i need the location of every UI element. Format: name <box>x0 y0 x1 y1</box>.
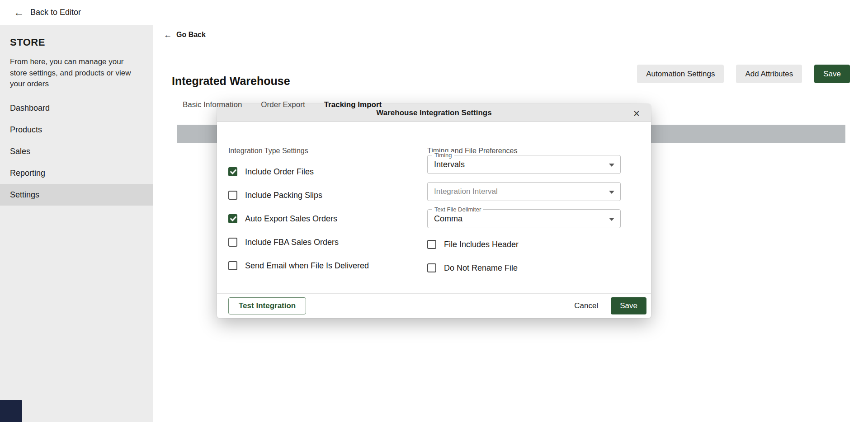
checkbox-label: Do Not Rename File <box>444 263 518 273</box>
chevron-down-icon <box>609 164 614 167</box>
checkbox-row-auto-export-sales-orders[interactable]: Auto Export Sales Orders <box>228 214 423 224</box>
checkbox-send-email-when-file-delivered <box>228 261 237 270</box>
sidebar-item-products[interactable]: Products <box>0 119 153 141</box>
sidebar-title: STORE <box>10 37 143 48</box>
tab-order-export[interactable]: Order Export <box>261 100 305 109</box>
go-back-button[interactable]: ← Go Back <box>164 31 206 39</box>
cancel-button[interactable]: Cancel <box>568 298 604 314</box>
checkbox-row-send-email-when-file-delivered[interactable]: Send Email when File Is Delivered <box>228 261 423 271</box>
checkbox-label: Include FBA Sales Orders <box>245 238 339 247</box>
sidebar: STORE From here, you can manage your sto… <box>0 25 153 422</box>
checkbox-row-do-not-rename-file[interactable]: Do Not Rename File <box>427 263 623 273</box>
checkbox-do-not-rename-file <box>427 263 436 272</box>
checkbox-auto-export-sales-orders <box>228 214 237 223</box>
checkbox-include-order-files <box>228 167 237 176</box>
timing-select[interactable]: Timing Intervals <box>427 155 621 174</box>
integration-type-checkbox-list: Include Order Files Include Packing Slip… <box>228 167 423 271</box>
tab-basic-information[interactable]: Basic Information <box>183 100 242 109</box>
add-attributes-button[interactable]: Add Attributes <box>736 65 802 83</box>
checkbox-label: File Includes Header <box>444 240 519 249</box>
back-to-editor-label: Back to Editor <box>30 8 81 17</box>
text-file-delimiter-select[interactable]: Text File Delimiter Comma <box>427 209 621 228</box>
sidebar-nav: Dashboard Products Sales Reporting Setti… <box>0 97 153 206</box>
checkbox-row-include-fba-sales-orders[interactable]: Include FBA Sales Orders <box>228 237 423 247</box>
sidebar-item-dashboard[interactable]: Dashboard <box>0 97 153 119</box>
text-file-delimiter-select-label: Text File Delimiter <box>432 206 483 213</box>
checkbox-include-fba-sales-orders <box>228 238 237 247</box>
timing-select-label: Timing <box>432 152 454 159</box>
dialog-footer: Cancel Save <box>217 293 651 318</box>
sidebar-description: From here, you can manage your store set… <box>10 56 131 90</box>
checkbox-label: Auto Export Sales Orders <box>245 214 337 224</box>
dialog-body: Integration Type Settings Include Order … <box>217 122 651 293</box>
warehouse-integration-settings-dialog: Warehouse Integration Settings ✕ Integra… <box>217 104 651 318</box>
back-to-editor-button[interactable]: ← Back to Editor <box>14 7 81 18</box>
go-back-arrow-icon: ← <box>164 31 172 39</box>
timing-select-value: Intervals <box>434 160 465 169</box>
chevron-down-icon <box>609 218 614 221</box>
integration-type-section-label: Integration Type Settings <box>228 146 423 155</box>
timing-section-label: Timing and File Preferences <box>427 146 623 155</box>
close-icon[interactable]: ✕ <box>633 109 640 118</box>
sidebar-item-settings[interactable]: Settings <box>0 184 153 206</box>
checkbox-row-include-packing-slips[interactable]: Include Packing Slips <box>228 190 423 200</box>
timing-preferences-column: Timing and File Preferences Timing Inter… <box>427 146 623 286</box>
checkbox-label: Send Email when File Is Delivered <box>245 261 369 271</box>
automation-settings-button[interactable]: Automation Settings <box>637 65 724 83</box>
checkbox-row-file-includes-header[interactable]: File Includes Header <box>427 239 623 249</box>
file-preferences-checkbox-list: File Includes Header Do Not Rename File <box>427 239 623 273</box>
topbar: ← Back to Editor <box>0 0 868 25</box>
dialog-save-button[interactable]: Save <box>611 297 646 314</box>
checkbox-row-include-order-files[interactable]: Include Order Files <box>228 167 423 177</box>
checkbox-file-includes-header <box>427 240 436 249</box>
go-back-label: Go Back <box>176 31 206 39</box>
tabs: Basic Information Order Export Tracking … <box>183 100 382 109</box>
corner-widget[interactable] <box>0 400 22 422</box>
page-title: Integrated Warehouse <box>172 75 290 88</box>
back-arrow-icon: ← <box>14 7 24 18</box>
page-save-button[interactable]: Save <box>814 65 850 83</box>
checkbox-include-packing-slips <box>228 191 237 200</box>
integration-interval-select[interactable]: Integration Interval <box>427 182 621 201</box>
page-header-actions: Automation Settings Add Attributes Save <box>637 65 850 83</box>
sidebar-item-sales[interactable]: Sales <box>0 141 153 162</box>
sidebar-item-reporting[interactable]: Reporting <box>0 162 153 184</box>
tab-tracking-import[interactable]: Tracking Import <box>324 100 382 109</box>
chevron-down-icon <box>609 191 614 194</box>
checkbox-label: Include Order Files <box>245 167 314 177</box>
integration-interval-select-value: Integration Interval <box>434 187 498 196</box>
checkbox-label: Include Packing Slips <box>245 191 322 200</box>
integration-type-column: Integration Type Settings Include Order … <box>228 146 423 314</box>
text-file-delimiter-select-value: Comma <box>434 214 462 224</box>
dialog-title: Warehouse Integration Settings <box>376 108 491 117</box>
